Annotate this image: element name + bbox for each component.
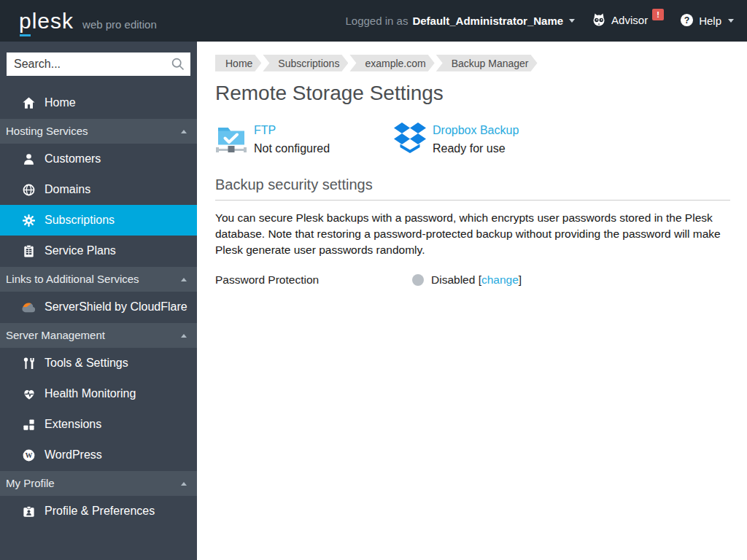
sidebar-group-links-to-additional-services[interactable]: Links to Additional Services xyxy=(0,267,197,292)
sidebar-item-profile-preferences[interactable]: Profile & Preferences xyxy=(0,496,197,526)
sidebar-item-label: Domains xyxy=(44,182,190,198)
tools-settings-icon xyxy=(21,356,36,371)
sidebar-nav: HomeHosting ServicesCustomersDomainsSubs… xyxy=(0,88,197,526)
chevron-down-icon xyxy=(728,19,734,23)
status-indicator-disabled xyxy=(412,274,424,286)
plesk-logo[interactable]: plesk web pro edition xyxy=(19,10,157,32)
chevron-up-icon xyxy=(181,130,187,133)
sidebar-group-label: Server Management xyxy=(6,329,105,342)
sidebar-item-health-monitoring[interactable]: Health Monitoring xyxy=(0,378,197,409)
header-right: Logged in as Default_Administrator_Name … xyxy=(345,12,734,30)
storage-name-link[interactable]: FTP xyxy=(254,123,276,138)
breadcrumb: HomeSubscriptionsexample.comBackup Manag… xyxy=(215,55,729,71)
sidebar-group-label: My Profile xyxy=(6,477,55,490)
storage-name-link[interactable]: Dropbox Backup xyxy=(433,123,519,138)
change-link[interactable]: change xyxy=(481,273,519,286)
advisor-alert-badge: ! xyxy=(652,9,664,20)
storage-item-dropbox-backup: Dropbox BackupReady for use xyxy=(394,122,519,156)
domains-icon xyxy=(21,182,36,198)
sidebar-group-hosting-services[interactable]: Hosting Services xyxy=(0,119,197,144)
home-icon xyxy=(21,96,36,111)
sidebar: HomeHosting ServicesCustomersDomainsSubs… xyxy=(0,42,197,560)
sidebar-item-subscriptions[interactable]: Subscriptions xyxy=(0,205,197,236)
breadcrumb-backup-manager: Backup Manager xyxy=(436,55,538,71)
storage-item-text: Dropbox BackupReady for use xyxy=(433,122,519,156)
top-header: plesk web pro edition Logged in as Defau… xyxy=(0,0,747,42)
sidebar-item-servershield-by-cloudflare[interactable]: ServerShield by CloudFlare xyxy=(0,292,197,322)
chevron-up-icon xyxy=(181,334,187,338)
breadcrumb-example-com[interactable]: example.com xyxy=(349,55,434,71)
sidebar-item-label: Health Monitoring xyxy=(44,386,190,402)
password-protection-label: Password Protection xyxy=(215,273,412,287)
advisor-button[interactable]: Advisor ! xyxy=(591,12,664,30)
help-question-icon: ? xyxy=(680,13,694,29)
advisor-owl-icon xyxy=(591,12,607,30)
wordpress-icon: W xyxy=(21,448,36,463)
sidebar-item-label: Service Plans xyxy=(44,243,190,259)
storage-status: Not configured xyxy=(254,141,330,156)
user-name: Default_Administrator_Name xyxy=(412,15,563,27)
sidebar-item-customers[interactable]: Customers xyxy=(0,144,197,174)
chevron-up-icon xyxy=(181,482,187,486)
sidebar-item-label: WordPress xyxy=(44,447,190,463)
health-monitoring-icon xyxy=(21,386,36,402)
main-content: HomeSubscriptionsexample.comBackup Manag… xyxy=(197,42,747,560)
page-title: Remote Storage Settings xyxy=(215,81,729,106)
storage-status: Ready for use xyxy=(433,141,519,156)
sidebar-item-label: Profile & Preferences xyxy=(44,503,190,519)
sidebar-item-label: Subscriptions xyxy=(44,212,190,228)
sidebar-item-wordpress[interactable]: WWordPress xyxy=(0,440,197,470)
sidebar-group-label: Hosting Services xyxy=(6,125,88,138)
sidebar-item-service-plans[interactable]: Service Plans xyxy=(0,236,197,266)
search-icon[interactable] xyxy=(171,57,185,74)
password-protection-status: Disabled [change] xyxy=(431,273,522,287)
svg-text:W: W xyxy=(26,451,33,459)
breadcrumb-subscriptions[interactable]: Subscriptions xyxy=(263,55,348,71)
user-menu[interactable]: Logged in as Default_Administrator_Name xyxy=(345,15,575,27)
ftp-storage-icon[interactable] xyxy=(215,122,247,155)
service-plans-icon xyxy=(21,244,36,259)
dropbox-icon[interactable] xyxy=(394,122,426,155)
sidebar-group-label: Links to Additional Services xyxy=(6,273,139,286)
chevron-up-icon xyxy=(181,278,187,281)
search-input[interactable] xyxy=(7,52,190,76)
sidebar-item-label: Extensions xyxy=(44,416,190,432)
plesk-logo-text: plesk xyxy=(19,10,74,32)
sidebar-item-label: Home xyxy=(44,95,190,111)
sidebar-item-label: ServerShield by CloudFlare xyxy=(44,299,190,315)
backup-security-description: You can secure Plesk backups with a pass… xyxy=(215,210,730,258)
backup-security-heading: Backup security settings xyxy=(215,176,730,201)
help-label: Help xyxy=(699,15,721,27)
logged-in-as-label: Logged in as xyxy=(345,15,408,27)
sidebar-item-label: Customers xyxy=(44,151,190,167)
storage-item-ftp: FTPNot configured xyxy=(215,122,394,156)
password-protection-row: Password Protection Disabled [change] xyxy=(215,273,729,287)
sidebar-group-server-management[interactable]: Server Management xyxy=(0,323,197,348)
search-box xyxy=(7,52,190,76)
help-menu[interactable]: ? Help xyxy=(680,13,734,29)
sidebar-group-my-profile[interactable]: My Profile xyxy=(0,471,197,496)
advisor-label: Advisor xyxy=(611,14,648,26)
chevron-down-icon xyxy=(569,19,575,23)
edition-label: web pro edition xyxy=(82,18,157,31)
extensions-icon xyxy=(21,417,36,432)
customers-icon xyxy=(21,152,36,167)
sidebar-item-label: Tools & Settings xyxy=(44,355,190,371)
sidebar-item-tools-settings[interactable]: Tools & Settings xyxy=(0,348,197,378)
sidebar-item-domains[interactable]: Domains xyxy=(0,174,197,205)
remote-storage-list: FTPNot configuredDropbox BackupReady for… xyxy=(215,122,729,156)
svg-text:?: ? xyxy=(684,15,690,25)
servershield-icon xyxy=(21,300,36,315)
subscriptions-icon xyxy=(21,213,36,228)
storage-item-text: FTPNot configured xyxy=(254,122,330,156)
sidebar-item-home[interactable]: Home xyxy=(0,88,197,118)
breadcrumb-home[interactable]: Home xyxy=(215,55,261,71)
profile-preferences-icon xyxy=(21,504,36,519)
sidebar-item-extensions[interactable]: Extensions xyxy=(0,409,197,440)
